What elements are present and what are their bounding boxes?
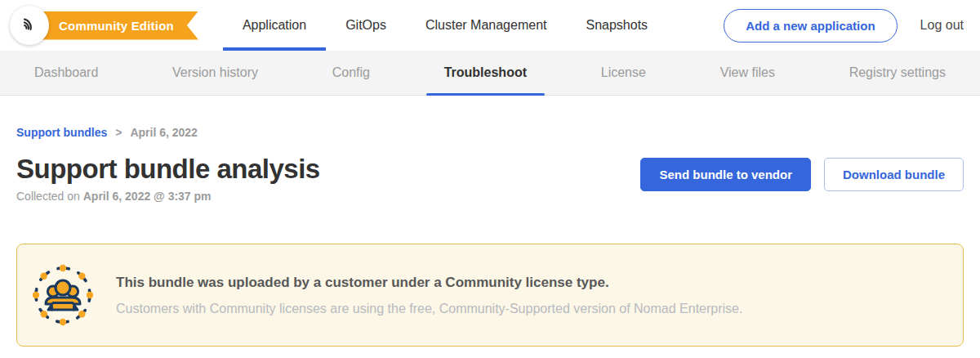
add-new-application-button[interactable]: Add a new application	[724, 9, 897, 43]
subnav-item-registry-settings[interactable]: Registry settings	[831, 51, 964, 95]
collected-date: April 6, 2022 @ 3:37 pm	[83, 190, 212, 203]
community-edition-badge: Community Edition	[28, 11, 198, 40]
subnav-item-version-history[interactable]: Version history	[154, 51, 276, 95]
topnav-right: Add a new application Log out	[724, 9, 964, 43]
subnav-item-config[interactable]: Config	[314, 51, 388, 95]
subnav-item-view-files[interactable]: View files	[702, 51, 793, 95]
replicated-logo[interactable]	[10, 6, 49, 45]
nav-item-cluster-management[interactable]: Cluster Management	[406, 0, 567, 51]
nav-item-gitops[interactable]: GitOps	[326, 0, 406, 51]
subnav-item-license[interactable]: License	[583, 51, 664, 95]
logout-link[interactable]: Log out	[920, 18, 964, 33]
bundle-action-buttons: Send bundle to vendor Download bundle	[640, 158, 964, 191]
collected-timestamp: Collected on April 6, 2022 @ 3:37 pm	[16, 190, 320, 203]
main-nav: Application GitOps Cluster Management Sn…	[223, 0, 667, 51]
banner-subtitle: Customers with Community licenses are us…	[116, 302, 742, 316]
subnav-item-troubleshoot[interactable]: Troubleshoot	[426, 51, 545, 95]
breadcrumb: Support bundles > April 6, 2022	[16, 126, 964, 139]
download-bundle-button[interactable]: Download bundle	[824, 158, 964, 191]
title-row: Support bundle analysis Collected on Apr…	[16, 154, 964, 203]
title-block: Support bundle analysis Collected on Apr…	[16, 154, 320, 203]
main-content: Support bundles > April 6, 2022 Support …	[0, 126, 980, 347]
nav-item-snapshots[interactable]: Snapshots	[566, 0, 667, 51]
top-navigation-bar: Community Edition Application GitOps Clu…	[0, 0, 980, 51]
send-bundle-to-vendor-button[interactable]: Send bundle to vendor	[640, 158, 811, 191]
community-people-icon	[32, 264, 94, 326]
page-title: Support bundle analysis	[16, 154, 320, 184]
subnav-item-dashboard[interactable]: Dashboard	[16, 51, 116, 95]
banner-title: This bundle was uploaded by a customer u…	[116, 275, 742, 291]
community-license-banner: This bundle was uploaded by a customer u…	[16, 244, 964, 347]
nav-item-application[interactable]: Application	[223, 0, 326, 51]
replicated-logo-icon	[17, 11, 42, 39]
banner-text: This bundle was uploaded by a customer u…	[116, 275, 742, 316]
app-sub-navigation: Dashboard Version history Config Trouble…	[0, 51, 980, 96]
breadcrumb-current: April 6, 2022	[130, 126, 198, 139]
breadcrumb-support-bundles-link[interactable]: Support bundles	[16, 126, 107, 139]
brand: Community Edition	[10, 6, 198, 45]
collected-prefix: Collected on	[16, 190, 80, 203]
breadcrumb-separator: >	[115, 126, 122, 139]
